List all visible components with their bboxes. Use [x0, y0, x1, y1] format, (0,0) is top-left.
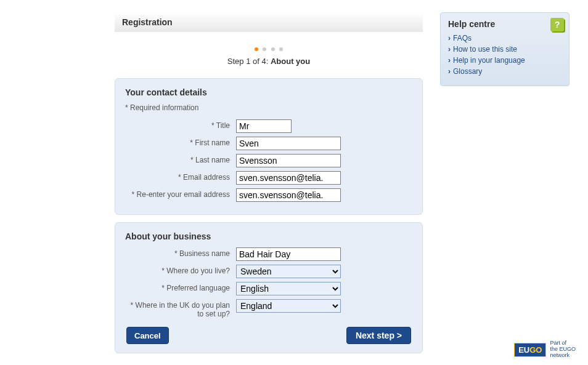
step-text: Step 1 of 4: About you — [115, 57, 423, 66]
required-note: * Required information — [125, 103, 412, 112]
next-step-button[interactable]: Next step > — [346, 327, 411, 344]
page-title: Registration — [122, 17, 415, 27]
help-link-language-a[interactable]: Help in your language — [453, 56, 525, 65]
registration-main: Registration Step 1 of 4: About you Your… — [115, 12, 423, 353]
where-uk-label: * Where in the UK do you plan to set up? — [125, 299, 236, 318]
where-live-label: * Where do you live? — [125, 265, 236, 275]
eugo-tagline: Part of the EUGO network — [550, 340, 576, 359]
step-dot-3 — [271, 47, 275, 51]
eugo-badge: EUGO — [514, 343, 546, 357]
step-indicator: Step 1 of 4: About you — [115, 32, 423, 71]
language-label: * Preferred language — [125, 282, 236, 292]
email-confirm-label: * Re-enter your email address — [125, 188, 236, 199]
email-field[interactable] — [236, 171, 341, 185]
eugo-logo: EUGO Part of the EUGO network — [514, 340, 576, 359]
help-link-faqs: FAQs — [448, 34, 561, 42]
email-label: * Email address — [125, 171, 236, 182]
business-name-label: * Business name — [125, 247, 236, 258]
first-name-label: * First name — [125, 137, 236, 147]
business-name-field[interactable] — [236, 247, 341, 261]
contact-heading: Your contact details — [125, 87, 412, 97]
email-confirm-field[interactable] — [236, 188, 341, 202]
contact-details-panel: Your contact details * Required informat… — [115, 78, 423, 215]
business-panel: About your business * Business name * Wh… — [115, 222, 423, 353]
help-link-howto: How to use this site — [448, 45, 561, 54]
last-name-label: * Last name — [125, 154, 236, 164]
first-name-field[interactable] — [236, 137, 341, 150]
title-label: * Title — [125, 119, 236, 130]
help-link-faqs-a[interactable]: FAQs — [453, 34, 472, 42]
step-dot-4 — [279, 47, 283, 51]
help-link-language: Help in your language — [448, 56, 561, 65]
title-field[interactable] — [236, 119, 292, 133]
cancel-button[interactable]: Cancel — [126, 327, 169, 344]
language-select[interactable]: English — [236, 282, 341, 295]
business-heading: About your business — [125, 231, 412, 241]
help-centre-panel: ? Help centre FAQs How to use this site … — [440, 12, 570, 86]
help-heading: Help centre — [448, 19, 561, 29]
help-link-howto-a[interactable]: How to use this site — [453, 45, 517, 54]
step-dot-1 — [255, 47, 258, 51]
help-link-glossary: Glossary — [448, 67, 561, 76]
step-dot-2 — [263, 47, 266, 51]
help-link-glossary-a[interactable]: Glossary — [453, 67, 482, 76]
last-name-field[interactable] — [236, 154, 341, 167]
step-dots — [115, 44, 423, 53]
where-uk-select[interactable]: England — [236, 299, 341, 313]
help-icon[interactable]: ? — [550, 18, 564, 31]
where-live-select[interactable]: Sweden — [236, 265, 341, 278]
page-header: Registration — [115, 12, 423, 32]
